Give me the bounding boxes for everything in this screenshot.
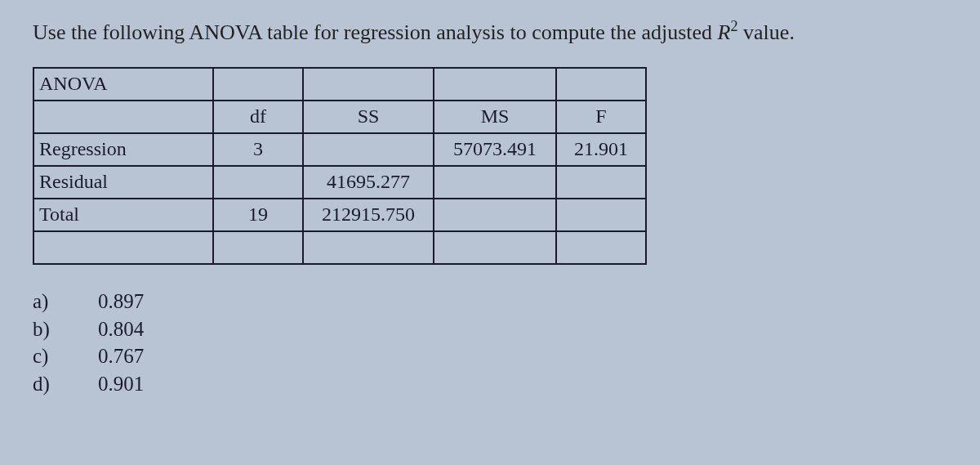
row-label: Regression (33, 133, 213, 166)
empty-cell (556, 68, 646, 101)
empty-cell (434, 68, 556, 101)
cell-ss: 41695.277 (303, 166, 434, 199)
page: Use the following ANOVA table for regres… (0, 0, 980, 414)
empty-cell (213, 231, 303, 264)
cell-df: 3 (213, 133, 303, 166)
cell-f: 21.901 (556, 133, 646, 166)
anova-title-cell: ANOVA (33, 68, 213, 101)
anova-table: ANOVA df SS MS F Regression 3 57073.491 … (33, 67, 647, 265)
question-part1: Use the following ANOVA table for regres… (33, 20, 718, 44)
option-a: a) 0.897 (33, 288, 947, 315)
row-label: Total (33, 199, 213, 231)
r-exponent: 2 (730, 18, 737, 34)
empty-cell (434, 231, 556, 264)
empty-cell (303, 231, 434, 264)
cell-f (556, 166, 646, 199)
option-b: b) 0.804 (33, 315, 947, 343)
option-d: d) 0.901 (33, 370, 947, 398)
cell-ms (434, 199, 556, 231)
header-ms: MS (434, 101, 556, 133)
cell-ms: 57073.491 (434, 133, 556, 166)
table-row: Total 19 212915.750 (33, 199, 646, 231)
header-df: df (213, 101, 303, 133)
header-f: F (556, 101, 646, 133)
cell-df (213, 166, 303, 199)
option-label: b) (33, 315, 98, 343)
option-value: 0.901 (98, 370, 144, 398)
header-ss: SS (303, 101, 434, 133)
option-value: 0.897 (98, 288, 144, 315)
question-part2: value. (738, 20, 795, 44)
option-label: d) (33, 370, 98, 398)
empty-cell (556, 231, 646, 264)
empty-cell (303, 68, 434, 101)
table-row-empty (33, 231, 646, 264)
table-row-headers: df SS MS F (33, 101, 646, 133)
option-c: c) 0.767 (33, 342, 947, 370)
cell-ss: 212915.750 (303, 199, 434, 231)
r-squared-symbol: R2 (718, 20, 738, 44)
cell-ss (303, 133, 434, 166)
table-row: Residual 41695.277 (33, 166, 646, 199)
table-row-title: ANOVA (33, 68, 646, 101)
row-label: Residual (33, 166, 213, 199)
cell-ms (434, 166, 556, 199)
cell-f (556, 199, 646, 231)
option-label: c) (33, 342, 98, 370)
answer-options: a) 0.897 b) 0.804 c) 0.767 d) 0.901 (33, 288, 947, 398)
question-text: Use the following ANOVA table for regres… (33, 15, 947, 49)
empty-cell (33, 231, 213, 264)
r-letter: R (718, 20, 731, 44)
empty-cell (213, 68, 303, 101)
option-label: a) (33, 288, 98, 315)
option-value: 0.804 (98, 315, 144, 343)
empty-cell (33, 101, 213, 133)
option-value: 0.767 (98, 342, 144, 370)
cell-df: 19 (213, 199, 303, 231)
table-row: Regression 3 57073.491 21.901 (33, 133, 646, 166)
